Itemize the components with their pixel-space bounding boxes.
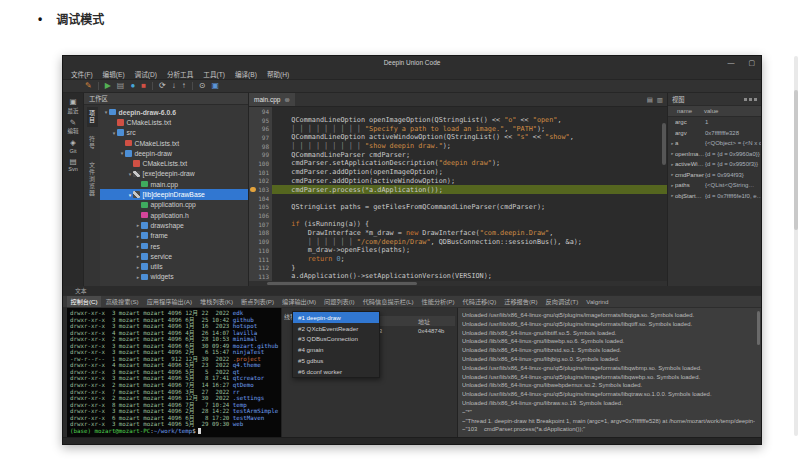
debug-interrupt-button[interactable]: ●: [130, 82, 135, 90]
log-scrollbar[interactable]: [757, 311, 760, 345]
page-scrollbar-thumb[interactable]: [794, 90, 798, 230]
breakpoint-gutter[interactable]: [249, 185, 256, 194]
variable-row[interactable]: ▸cmdParser{d = 0x994f93}: [668, 170, 761, 181]
breakpoint-gutter[interactable]: [249, 133, 256, 142]
panel-menu-icon[interactable]: [744, 98, 757, 101]
step-over-button[interactable]: ⟳: [159, 82, 166, 90]
thread-option-5[interactable]: #6 dconf worker: [293, 366, 379, 377]
tree-item[interactable]: ▸service: [100, 251, 248, 261]
workspace-vtab-0[interactable]: 项目: [87, 107, 98, 127]
variable-row[interactable]: argc1: [668, 117, 761, 128]
step-out-button[interactable]: ↑: [182, 82, 186, 90]
scrollbar-thumb[interactable]: [267, 282, 417, 285]
variable-row[interactable]: ▸paths{<QList<QString…: [668, 180, 761, 191]
menu-item-1[interactable]: 编辑(E): [98, 69, 130, 79]
thread-option-2[interactable]: #3 QDBusConnection: [293, 334, 379, 345]
bottom-tab-6[interactable]: 问题列表(I): [321, 295, 359, 308]
breakpoint-gutter[interactable]: [249, 107, 256, 116]
breakpoint-gutter[interactable]: [249, 177, 256, 186]
close-icon[interactable]: ⊗: [284, 96, 289, 104]
bottom-tab-7[interactable]: 代码信息提示栏(L): [359, 295, 417, 308]
bottom-tab-12[interactable]: Valgrind: [583, 296, 612, 307]
tree-item[interactable]: application.h: [100, 210, 248, 220]
file-list-icon[interactable]: ▤: [647, 96, 653, 104]
breakpoint-gutter[interactable]: [249, 246, 256, 255]
tree-item[interactable]: ▾deepin-draw-6.0.6: [100, 107, 248, 117]
bottom-tab-10[interactable]: 迁移报告(R): [501, 295, 541, 308]
thread-option-1[interactable]: #2 QXcbEventReader: [293, 323, 379, 334]
menu-item-0[interactable]: 文件(F): [66, 69, 98, 79]
bottom-tab-8[interactable]: 性能分析(P): [418, 295, 458, 308]
bottom-tab-1[interactable]: 高级搜索(S): [102, 295, 142, 308]
variable-row[interactable]: argv0x7fffffffe328: [668, 128, 761, 139]
breakpoint-gutter[interactable]: [249, 255, 256, 264]
bottom-tab-0[interactable]: 控制台(C): [67, 295, 101, 308]
settings-button[interactable]: ⊙: [199, 82, 206, 90]
tree-item[interactable]: ▾[exe]deepin-draw: [100, 169, 248, 179]
activity-item-git[interactable]: ◈Git: [69, 139, 76, 154]
minimize-button[interactable]: —: [727, 59, 734, 66]
breakpoint-gutter[interactable]: [249, 194, 256, 203]
window-titlebar[interactable]: Deepin Union Code — ▢: [63, 56, 761, 69]
tree-item[interactable]: ▾deepin-draw: [100, 148, 248, 158]
bottom-tab-2[interactable]: 应用程序输出(A): [143, 295, 195, 308]
tree-item[interactable]: ▾src: [100, 128, 248, 138]
activity-item-recent[interactable]: ▣最近: [67, 98, 78, 115]
editor-horizontal-scrollbar[interactable]: [249, 281, 667, 286]
breakpoint-gutter[interactable]: [249, 272, 256, 281]
activity-item-edit[interactable]: ✎编辑: [67, 119, 78, 136]
console-terminal[interactable]: drwxr-xr-x 3 mozart mozart 4096 12月 22 2…: [67, 308, 281, 437]
debug-continue-button[interactable]: ▶: [105, 82, 111, 90]
tree-item[interactable]: ▸frame: [100, 231, 248, 241]
bottom-tab-5[interactable]: 编译输出(M): [279, 295, 320, 308]
document-button[interactable]: ▣: [212, 82, 220, 90]
breakpoint-gutter[interactable]: [249, 124, 256, 133]
tree-item[interactable]: ▸drawshape: [100, 220, 248, 230]
breakpoint-gutter[interactable]: [249, 211, 256, 220]
workspace-vtab-2[interactable]: 文件浏览器: [87, 159, 98, 200]
tree-item[interactable]: ▸utils: [100, 261, 248, 271]
menu-item-4[interactable]: 工具(T): [198, 69, 230, 79]
breakpoint-gutter[interactable]: [249, 237, 256, 246]
activity-item-svn[interactable]: ▤Svn: [68, 158, 77, 173]
tree-item[interactable]: ▾[lib]deepinDrawBase: [100, 189, 248, 199]
breakpoint-gutter[interactable]: [249, 168, 256, 177]
tree-item[interactable]: ▸widgets: [100, 272, 248, 282]
tree-item[interactable]: main.cpp: [100, 179, 248, 189]
variable-row[interactable]: ▸activeWi…{d = {d = 0x9950f3}}: [668, 159, 761, 170]
breakpoint-gutter[interactable]: [249, 116, 256, 125]
bottom-tab-3[interactable]: 堆栈列表(K): [197, 295, 237, 308]
variable-row[interactable]: ▸objStart…{d = 0x7ffff6fe1f0, e…: [668, 191, 761, 202]
menu-item-6[interactable]: 帮助(H): [262, 69, 294, 79]
tree-item[interactable]: CMakeLists.txt: [100, 158, 248, 168]
workspace-vtab-1[interactable]: 符号: [87, 133, 98, 153]
breakpoint-gutter[interactable]: [249, 220, 256, 229]
step-into-button[interactable]: ↓: [172, 82, 176, 90]
split-view-icon[interactable]: ▥: [657, 96, 663, 104]
editor-vertical-scrollbar[interactable]: [662, 123, 666, 165]
variable-row[interactable]: ▸a{<QObject> = {<N x d…: [668, 138, 761, 149]
bottom-tab-4[interactable]: 断点列表(P): [238, 295, 278, 308]
breakpoint-gutter[interactable]: [249, 229, 256, 238]
code-area[interactable]: 9495 QCommandLineOption openImageOption(…: [249, 107, 667, 281]
maximize-button[interactable]: ▢: [748, 59, 755, 67]
bottom-tab-11[interactable]: 反向调试(T): [542, 295, 582, 308]
breakpoint-gutter[interactable]: [249, 203, 256, 212]
thread-option-4[interactable]: #5 gdbus: [293, 355, 379, 366]
breakpoint-gutter[interactable]: [249, 150, 256, 159]
variable-row[interactable]: ▸openIma…{d = {d = 0x9960a0}}: [668, 149, 761, 160]
breakpoint-gutter[interactable]: [249, 142, 256, 151]
debug-restart-button[interactable]: ▤: [117, 82, 125, 90]
menu-item-5[interactable]: 编译(B): [230, 69, 262, 79]
breakpoint-gutter[interactable]: [249, 159, 256, 168]
thread-option-3[interactable]: #4 gmain: [293, 344, 379, 355]
tree-item[interactable]: application.cpp: [100, 200, 248, 210]
menu-item-3[interactable]: 分析工具: [162, 69, 198, 79]
thread-option-0[interactable]: #1 deepin-draw: [293, 312, 379, 323]
debug-stop-button[interactable]: ■: [141, 82, 146, 90]
editor-tab-main-cpp[interactable]: main.cpp ⊗: [249, 93, 295, 106]
tree-item[interactable]: CMakeLists.txt: [100, 138, 248, 148]
breakpoint-gutter[interactable]: [249, 263, 256, 272]
tree-item[interactable]: CMakeLists.txt: [100, 117, 248, 127]
edit-mode-button[interactable]: ✎: [85, 82, 92, 90]
